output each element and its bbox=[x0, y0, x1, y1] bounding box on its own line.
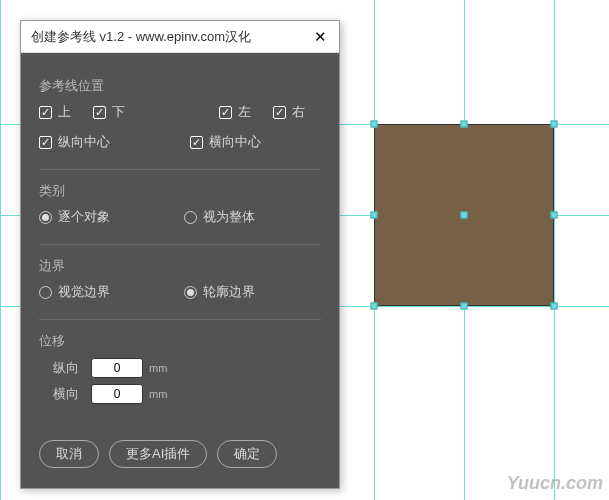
check-icon bbox=[273, 106, 286, 119]
checkbox-label: 左 bbox=[238, 103, 251, 121]
cancel-button[interactable]: 取消 bbox=[39, 440, 99, 468]
dialog-title: 创建参考线 v1.2 - www.epinv.com汉化 bbox=[31, 28, 311, 46]
anchor-point[interactable] bbox=[461, 303, 468, 310]
checkbox-label: 上 bbox=[58, 103, 71, 121]
category-group: 类别 逐个对象 视为整体 bbox=[39, 170, 321, 245]
radio-label: 逐个对象 bbox=[58, 208, 110, 226]
offset-label: 位移 bbox=[39, 332, 321, 350]
ok-button[interactable]: 确定 bbox=[217, 440, 277, 468]
watermark: Yuucn.com bbox=[507, 473, 603, 494]
check-icon bbox=[219, 106, 232, 119]
radio-label: 轮廓边界 bbox=[203, 283, 255, 301]
dialog-titlebar[interactable]: 创建参考线 v1.2 - www.epinv.com汉化 ✕ bbox=[21, 21, 339, 53]
checkbox-label: 右 bbox=[292, 103, 305, 121]
anchor-point[interactable] bbox=[461, 121, 468, 128]
checkbox-bottom[interactable]: 下 bbox=[93, 103, 125, 121]
anchor-point[interactable] bbox=[551, 121, 558, 128]
radio-label: 视为整体 bbox=[203, 208, 255, 226]
radio-outline-bounds[interactable]: 轮廓边界 bbox=[184, 283, 255, 301]
unit-label: mm bbox=[149, 388, 167, 400]
offset-h-input[interactable] bbox=[91, 384, 143, 404]
button-row: 取消 更多AI插件 确定 bbox=[39, 440, 321, 468]
anchor-point[interactable] bbox=[551, 303, 558, 310]
guide-line-v bbox=[554, 0, 555, 500]
anchor-point[interactable] bbox=[371, 303, 378, 310]
checkbox-label: 横向中心 bbox=[209, 133, 261, 151]
dialog-body: 参考线位置 上 下 左 右 纵向中心 横向中心 类别 逐个对象 视为整体 边界 … bbox=[21, 53, 339, 488]
bounds-group: 边界 视觉边界 轮廓边界 bbox=[39, 245, 321, 320]
anchor-point[interactable] bbox=[551, 212, 558, 219]
checkbox-left[interactable]: 左 bbox=[219, 103, 251, 121]
create-guides-dialog: 创建参考线 v1.2 - www.epinv.com汉化 ✕ 参考线位置 上 下… bbox=[20, 20, 340, 489]
checkbox-right[interactable]: 右 bbox=[273, 103, 305, 121]
unit-label: mm bbox=[149, 362, 167, 374]
offset-v-label: 纵向 bbox=[39, 359, 79, 377]
radio-label: 视觉边界 bbox=[58, 283, 110, 301]
offset-h-label: 横向 bbox=[39, 385, 79, 403]
category-label: 类别 bbox=[39, 182, 321, 200]
check-icon bbox=[39, 106, 52, 119]
more-plugins-button[interactable]: 更多AI插件 bbox=[109, 440, 207, 468]
radio-icon bbox=[184, 286, 197, 299]
bounds-label: 边界 bbox=[39, 257, 321, 275]
radio-as-whole[interactable]: 视为整体 bbox=[184, 208, 255, 226]
anchor-point[interactable] bbox=[371, 121, 378, 128]
position-group: 参考线位置 上 下 左 右 纵向中心 横向中心 bbox=[39, 65, 321, 170]
checkbox-v-center[interactable]: 纵向中心 bbox=[39, 133, 110, 151]
check-icon bbox=[190, 136, 203, 149]
radio-icon bbox=[184, 211, 197, 224]
anchor-point[interactable] bbox=[461, 212, 468, 219]
checkbox-label: 纵向中心 bbox=[58, 133, 110, 151]
offset-v-input[interactable] bbox=[91, 358, 143, 378]
checkbox-h-center[interactable]: 横向中心 bbox=[190, 133, 261, 151]
checkbox-top[interactable]: 上 bbox=[39, 103, 71, 121]
anchor-point[interactable] bbox=[371, 212, 378, 219]
radio-icon bbox=[39, 286, 52, 299]
check-icon bbox=[93, 106, 106, 119]
check-icon bbox=[39, 136, 52, 149]
checkbox-label: 下 bbox=[112, 103, 125, 121]
guide-line-v bbox=[0, 0, 1, 500]
radio-visual-bounds[interactable]: 视觉边界 bbox=[39, 283, 110, 301]
offset-group: 位移 纵向 mm 横向 mm bbox=[39, 320, 321, 422]
radio-icon bbox=[39, 211, 52, 224]
radio-per-object[interactable]: 逐个对象 bbox=[39, 208, 110, 226]
position-label: 参考线位置 bbox=[39, 77, 321, 95]
close-icon[interactable]: ✕ bbox=[311, 28, 329, 46]
